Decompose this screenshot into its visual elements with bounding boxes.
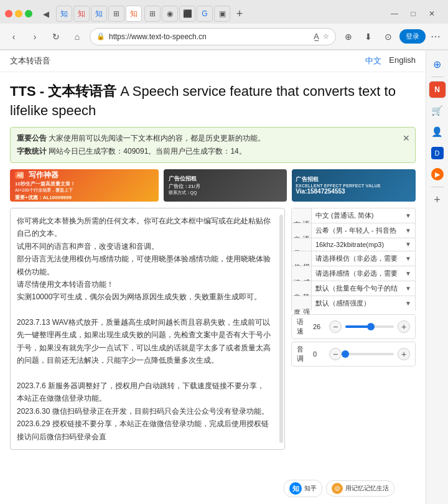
sidebar-icon-profile[interactable]: 👤 (429, 123, 446, 141)
tab-icon-active[interactable]: 知 (126, 6, 142, 22)
profile-button[interactable]: ⊙ (380, 28, 397, 45)
quality-selector[interactable]: 16khz-32kbitrate(mp3) ▼ (312, 238, 415, 251)
menu-dots[interactable]: ⋯ (428, 30, 443, 42)
emotion-arrow-icon: ▼ (405, 270, 411, 277)
emotion-control-row: 感情 请选择感情（非必选，需要 ▼ (291, 266, 416, 281)
maximize-button[interactable]: □ (404, 5, 422, 22)
close-button[interactable]: ✕ (423, 5, 441, 22)
tab-icon-4[interactable]: ⊞ (108, 6, 124, 22)
imitation-value: 请选择模仿（非必选，需要 (315, 254, 398, 263)
pitch-track[interactable] (345, 353, 394, 355)
tab-icon-ms[interactable]: ⊞ (144, 6, 161, 22)
home-button[interactable]: ⌂ (68, 28, 86, 45)
extensions-button[interactable]: ⊕ (340, 28, 357, 45)
login-button[interactable]: 登录 (399, 29, 426, 44)
hero-section: TTS - 文本转语音 A Speech service feature tha… (0, 72, 426, 127)
imitation-control-row: 模仿 请选择模仿（非必选，需要 ▼ (291, 251, 416, 266)
imitation-arrow-icon: ▼ (405, 255, 411, 262)
intensity-label: 强度 (292, 296, 312, 310)
sidebar-icon-add[interactable]: + (429, 191, 446, 208)
speed-thumb[interactable] (367, 323, 375, 330)
pitch-slider-row: 音调 0 − + (291, 342, 416, 366)
pitch-increase-button[interactable]: + (398, 348, 410, 360)
back-button[interactable]: ‹ (5, 28, 22, 45)
ads-row: AI 写作神器 10秒生产一篇高质量文章！ AI+100个行业场景，覆盖上下 重… (10, 169, 416, 202)
ad-block-1[interactable]: AI 写作神器 10秒生产一篇高质量文章！ AI+100个行业场景，覆盖上下 重… (10, 169, 159, 202)
language-selector[interactable]: 中文 (普通话, 简体) ▼ (312, 208, 415, 223)
sidebar-icon-orange[interactable]: ▶ (429, 166, 446, 183)
speed-track[interactable] (345, 325, 394, 328)
silence-arrow-icon: ▼ (405, 285, 411, 292)
emotion-selector[interactable]: 请选择感情（非必选，需要 ▼ (312, 266, 415, 281)
language-control-row: 语言 中文 (普通话, 简体) ▼ (291, 208, 416, 223)
text-input[interactable]: 你可将此文本替换为所需的任何文本。你可在此文本框中编写或在此处粘贴你自己的文本。… (10, 208, 285, 450)
lang-zh-button[interactable]: 中文 (365, 55, 381, 67)
sidebar-separator-1 (431, 77, 444, 77)
quality-label: 质量 (292, 238, 312, 251)
lang-en-button[interactable]: English (389, 55, 416, 67)
speed-slider-row: 语速 26 − + (291, 314, 416, 339)
zhihu-icon: 知 (289, 482, 302, 495)
url-text: https://www.text-to-speech.cn (109, 32, 310, 41)
tab-icon-8[interactable]: ▣ (214, 6, 230, 22)
quality-value: 16khz-32kbitrate(mp3) (315, 241, 384, 248)
zhihu-text: 知乎 (304, 484, 317, 493)
forward-button[interactable]: › (26, 28, 44, 45)
tab-icon-6[interactable]: ⬛ (179, 6, 195, 22)
language-switcher: 中文 English (365, 55, 416, 67)
star-icon[interactable]: ☆ (323, 32, 329, 40)
ad-block-2[interactable]: 广告位招租 广告位：21/月 联系方式：QQ (164, 169, 287, 202)
notice-bold-1: 重要公告 (17, 134, 47, 142)
voice-selector[interactable]: 云希（男 - 年轻人 - 抖音热 ▼ (312, 223, 415, 238)
silence-label: 静音 (292, 281, 312, 296)
speed-label: 语速 (297, 317, 309, 336)
voice-value: 云希（男 - 年轻人 - 抖音热 (315, 226, 396, 235)
user-icon: @ (332, 483, 343, 494)
lock-icon: 🔒 (96, 32, 105, 40)
emotion-label: 感情 (292, 266, 312, 281)
translate-icon: A̲ (314, 32, 319, 41)
notice-close-button[interactable]: ✕ (403, 131, 410, 145)
speed-increase-button[interactable]: + (398, 320, 410, 333)
pitch-value: 0 (313, 350, 325, 358)
right-sidebar: ⊕ N 🛒 👤 D ▶ + (426, 50, 448, 504)
tab-prev-icon[interactable]: ◀ (39, 6, 54, 21)
tab-icon-7[interactable]: G (197, 6, 213, 22)
imitation-label: 模仿 (292, 251, 312, 266)
zhihu-logo-badge: 知 知乎 (284, 480, 322, 497)
minimize-button[interactable]: — (386, 5, 403, 22)
sidebar-icon-blue[interactable]: D (429, 144, 446, 162)
intensity-selector[interactable]: 默认（感情强度） ▼ (312, 296, 415, 310)
tab-icon-5[interactable]: ◉ (162, 6, 178, 22)
speed-decrease-button[interactable]: − (329, 320, 342, 333)
intensity-control-row: 强度 默认（感情强度） ▼ (291, 296, 416, 310)
user-logo-badge: @ 用记忆记忆生活 (326, 480, 394, 497)
sidebar-icon-shop[interactable]: 🛒 (429, 102, 446, 119)
notice-bold-2: 字数统计 (17, 147, 47, 156)
silence-selector[interactable]: 默认（批量在每个句子的结 ▼ (312, 281, 415, 296)
sidebar-icon-red[interactable]: N (429, 81, 446, 98)
silence-control-row: 静音 默认（批量在每个句子的结 ▼ (291, 281, 416, 296)
sidebar-separator-2 (431, 187, 444, 187)
new-tab-button[interactable]: + (231, 6, 248, 22)
pitch-decrease-button[interactable]: − (329, 348, 342, 360)
text-scrollbar[interactable] (279, 215, 283, 443)
controls-panel: 语言 中文 (普通话, 简体) ▼ 语音 云希（男 - 年轻人 - 抖音热 ▼ (291, 208, 416, 450)
address-bar[interactable]: 🔒 https://www.text-to-speech.cn A̲ ☆ (90, 28, 336, 45)
pitch-label: 音调 (297, 345, 309, 363)
ad-block-3[interactable]: 广告招租 EXCELLENT EFFECT PERFECT VALUE Via:… (292, 169, 416, 202)
tab-icon-2[interactable]: 知 (73, 6, 90, 22)
text-content: 你可将此文本替换为所需的任何文本。你可在此文本框中编写或在此处粘贴你自己的文本。… (17, 215, 278, 443)
refresh-button[interactable]: ↻ (47, 28, 65, 45)
notice-text-1: 大家使用前可以先阅读一下文本框内的容，都是历史更新的功能。 (49, 134, 265, 142)
language-value: 中文 (普通话, 简体) (315, 211, 374, 220)
imitation-selector[interactable]: 请选择模仿（非必选，需要 ▼ (312, 251, 415, 266)
tab-icon-1[interactable]: 知 (56, 6, 72, 22)
download-button[interactable]: ⬇ (360, 28, 377, 45)
language-label: 语言 (292, 208, 312, 223)
tab-icon-3[interactable]: 知 (91, 6, 107, 22)
quality-arrow-icon: ▼ (405, 241, 411, 248)
notice-banner: 重要公告 大家使用前可以先阅读一下文本框内的容，都是历史更新的功能。 字数统计 … (10, 127, 416, 163)
sidebar-icon-copilot[interactable]: ⊕ (429, 55, 446, 73)
pitch-thumb[interactable] (342, 350, 349, 358)
